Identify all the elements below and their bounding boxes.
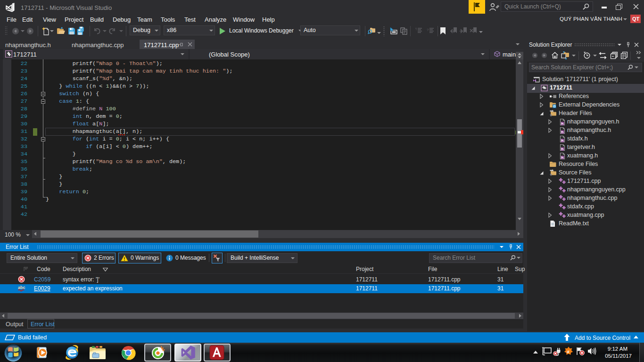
svg-text:abc: abc bbox=[18, 285, 25, 290]
svg-text:a: a bbox=[567, 349, 570, 354]
svg-text:?: ? bbox=[427, 28, 429, 32]
